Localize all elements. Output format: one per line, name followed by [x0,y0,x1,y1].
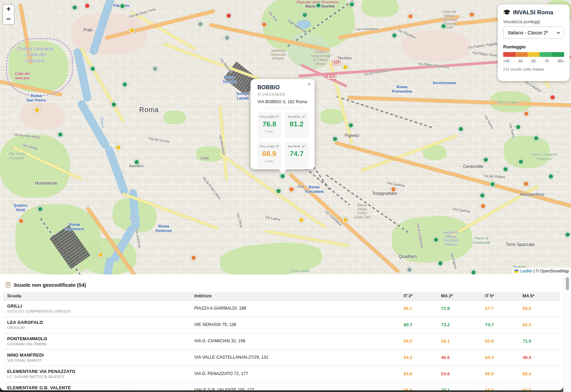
school-marker[interactable] [72,5,78,11]
school-marker[interactable] [480,193,485,199]
legend-segment [503,52,515,57]
ukraine-flag-icon [514,270,519,273]
popup-score-tiles: ITALIANO 2ª76.82 sez.MATEM. 2ª81.2ITALIA… [257,112,308,168]
leaflet-link[interactable]: Leaflet [520,269,532,273]
school-marker[interactable] [116,145,121,151]
school-marker[interactable] [58,132,63,138]
school-count: 211 scuole sulla mappa [503,67,564,71]
school-marker[interactable] [518,159,524,165]
school-marker[interactable] [302,12,308,18]
school-marker[interactable] [316,3,321,9]
table-row[interactable]: GRILLIISTITUTO COMPRENSIVO VIRGILIOPIAZZ… [3,301,560,317]
table-row[interactable]: NINO MANFREDIVIA CASAL BIANCOVIA VALLE C… [3,350,560,366]
map-label: Via Teano [483,114,494,129]
map-canvas[interactable]: Civitas Vaticana - Città del VaticanoCit… [0,0,571,275]
score-value: 69.0 [404,339,412,344]
school-marker[interactable] [515,124,521,130]
table-row[interactable]: PONTEMAMMOLOGIOVANNI PALOMBINIVIA G. CIA… [3,333,560,350]
school-marker[interactable] [276,188,282,194]
school-marker[interactable] [348,123,354,128]
school-marker[interactable] [550,95,556,100]
school-marker[interactable] [524,111,529,117]
school-marker[interactable] [37,206,43,212]
osm-link[interactable]: © OpenStreetMap [536,269,569,273]
school-marker[interactable] [391,187,396,192]
school-marker[interactable] [343,64,348,70]
popup-school-institute: IC VIA CENEDA [257,92,308,96]
school-marker[interactable] [471,270,477,275]
school-marker[interactable] [261,22,267,28]
school-address: VIALE G.B. VALENTE 100, 177 [194,388,254,390]
school-marker[interactable] [152,66,158,72]
school-marker[interactable] [458,126,464,132]
school-marker[interactable] [198,21,204,27]
legend-segment [528,52,540,57]
school-marker[interactable] [120,3,125,9]
map-label: Via Casilina [452,207,470,214]
score-value: 71.9 [441,306,450,311]
popup-close-icon[interactable]: × [307,81,311,88]
school-marker[interactable] [111,102,117,108]
school-marker[interactable] [226,13,232,19]
map-label: Tiburtina [337,56,351,60]
table-scrollbar-track[interactable] [563,275,571,392]
school-marker[interactable] [280,173,286,179]
school-marker[interactable] [469,12,475,18]
school-marker[interactable] [523,181,529,187]
clipboard-icon [5,282,11,288]
zoom-out-button[interactable]: − [3,15,14,24]
table-scrollbar-thumb[interactable] [566,277,569,290]
school-marker[interactable] [438,261,444,266]
school-marker[interactable] [480,203,486,209]
school-marker[interactable] [534,136,539,141]
school-marker[interactable] [349,2,355,7]
table-row[interactable]: LEA GAROFALOURUGUAYVIE SERASSI 75, 13880… [3,317,560,333]
score-tile-sections: 2 sez. [257,129,281,133]
school-marker[interactable] [34,107,40,113]
school-marker[interactable] [289,187,295,192]
school-marker[interactable] [407,267,412,273]
panel-title-row: INVALSI Roma [503,9,564,16]
school-marker[interactable] [392,33,397,38]
school-name: GRILLI [7,303,22,309]
table-header-row: ScuolaIndirizzoIT 2ªMA 2ªIT 5ªMA 5ª [3,292,560,301]
school-marker[interactable] [129,28,135,33]
popup-divider [257,108,308,108]
school-marker[interactable] [408,14,414,19]
school-marker[interactable] [332,136,338,142]
school-marker[interactable] [134,159,140,165]
map-label: Via Casilina [387,181,405,188]
school-marker[interactable] [483,157,489,163]
school-marker[interactable] [224,35,230,41]
school-name: ELEMENTARE G.B. VALENTE [7,385,71,390]
legend-ticks: <4555657585+ [503,59,564,63]
school-marker[interactable] [433,237,439,243]
school-marker[interactable] [98,252,104,258]
school-marker[interactable] [18,218,24,224]
school-marker[interactable] [85,3,90,9]
map-label: Banca d'Italia Centro Guido Carli [354,203,371,219]
score-tile: MATEM. 5ª74.7 [285,142,309,168]
score-select[interactable]: Italiano - Classe 2ª [503,27,564,39]
score-value: 68.9 [404,388,412,390]
school-marker[interactable] [565,232,571,238]
school-marker[interactable] [343,217,348,223]
table-row[interactable]: ELEMENTARE G.B. VALENTEVIALE G.B. VALENT… [3,382,560,390]
zoom-in-button[interactable]: + [3,5,14,15]
table-row[interactable]: ELEMENTARE VIA PENAZZATOI.C. GIOVAN BATT… [3,366,560,382]
score-value: 80.7 [404,322,412,327]
score-value: 74.1 [441,388,450,390]
school-marker[interactable] [503,167,509,172]
map-label: Centocelle [463,164,483,169]
map-shape-park [0,135,70,198]
legend-tick: 75 [545,59,549,63]
school-marker[interactable] [299,217,304,223]
map-shape-pink [20,102,65,129]
school-marker[interactable] [90,66,96,72]
school-marker[interactable] [191,255,197,261]
school-marker[interactable] [548,174,554,179]
school-marker[interactable] [122,82,128,88]
table-header-cell: MA 2ª [441,294,453,298]
school-marker[interactable] [490,182,496,187]
school-marker[interactable] [441,23,447,29]
